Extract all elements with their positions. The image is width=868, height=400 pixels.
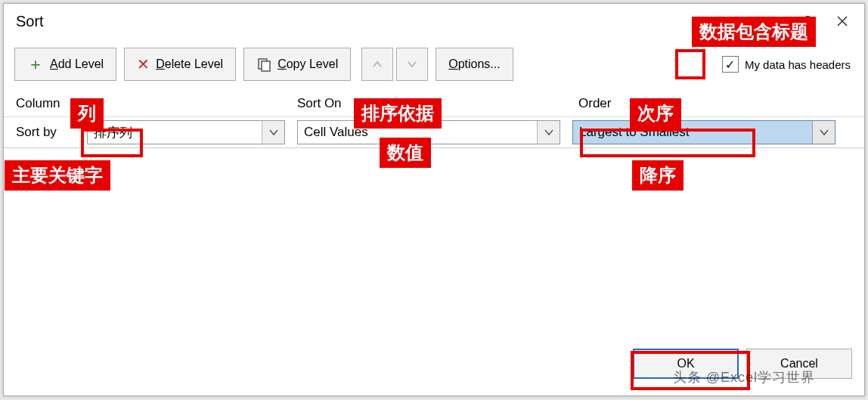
copy-level-button[interactable]: Copy Level (243, 48, 351, 81)
move-up-button[interactable] (361, 48, 393, 81)
chevron-down-icon (407, 59, 417, 70)
column-combobox[interactable]: 排序列 (87, 120, 285, 144)
headers-label: My data has headers (745, 58, 851, 71)
delete-icon: ✕ (137, 55, 150, 73)
copy-level-label: Copy Level (277, 57, 338, 71)
annotation-primary-key: 主要关键字 (5, 160, 110, 191)
dialog-title: Sort (16, 13, 44, 30)
chevron-down-icon (262, 121, 284, 144)
annotation-headers: 数据包含标题 (692, 17, 816, 47)
levels-list-area (4, 147, 864, 341)
copy-icon (256, 57, 271, 72)
add-level-label: Add Level (50, 57, 104, 71)
chevron-down-icon (812, 121, 835, 144)
svg-rect-1 (262, 61, 270, 71)
order-combobox[interactable]: Largest to Smallest (572, 120, 835, 144)
annotation-descending: 降序 (632, 160, 684, 191)
check-icon: ✓ (725, 57, 735, 72)
order-value: Largest to Smallest (573, 125, 812, 140)
close-icon (836, 15, 848, 27)
close-button[interactable] (825, 6, 860, 36)
header-column: Column (16, 96, 297, 111)
chevron-down-icon (537, 121, 560, 144)
column-value: 排序列 (88, 124, 262, 141)
annotation-column: 列 (70, 98, 104, 129)
delete-level-button[interactable]: ✕ Delete Level (124, 48, 236, 81)
options-label: Options... (448, 57, 500, 71)
move-down-button[interactable] (396, 48, 428, 81)
annotation-order: 次序 (630, 98, 681, 129)
delete-level-label: Delete Level (156, 57, 223, 71)
plus-icon: ＋ (27, 53, 44, 76)
header-order: Order (578, 96, 852, 111)
chevron-up-icon (372, 59, 383, 70)
headers-checkbox[interactable]: ✓ (722, 56, 739, 73)
options-button[interactable]: Options... (436, 48, 513, 81)
watermark: 头条 @Excel学习世界 (673, 368, 815, 386)
add-level-button[interactable]: ＋ Add Level (14, 48, 116, 81)
sort-dialog: Sort ? ＋ Add Level ✕ Delete Level Copy L… (3, 3, 865, 396)
annotation-sort-on: 排序依据 (354, 98, 442, 129)
annotation-cell-values: 数值 (380, 138, 431, 168)
